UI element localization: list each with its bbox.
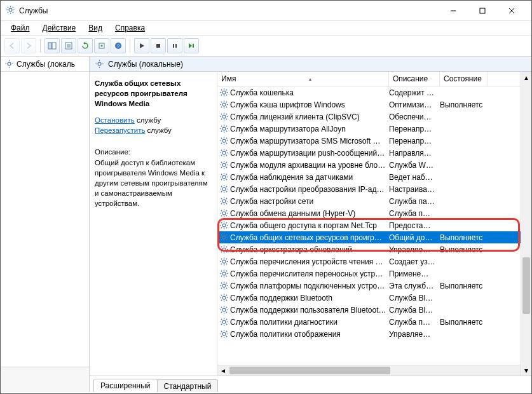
svg-line-196	[221, 300, 221, 301]
service-name: Служба модуля архивации на уровне блоков	[230, 161, 389, 170]
view-tabs: Расширенный Стандартный	[90, 376, 531, 392]
service-row[interactable]: Служба перечисления устройств чтения сма…	[217, 255, 531, 268]
toolbar: ?	[1, 36, 531, 57]
sort-indicator-icon: ▴	[309, 76, 311, 82]
svg-line-116	[226, 186, 226, 187]
service-name: Служба политики диагностики	[230, 318, 389, 327]
service-row[interactable]: Служба политики отображенияУправляе…	[217, 328, 531, 340]
svg-line-104	[221, 174, 221, 175]
svg-line-6	[13, 11, 13, 12]
svg-line-87	[226, 155, 226, 156]
svg-line-89	[226, 150, 226, 151]
tree-root[interactable]: Службы (локаль	[1, 57, 89, 72]
svg-line-212	[221, 319, 221, 320]
service-row[interactable]: Служба настройки сетиСлужба па…	[217, 195, 531, 207]
menu-file[interactable]: Файл	[6, 22, 35, 34]
svg-line-5	[8, 6, 8, 7]
service-name: Служба наблюдения за датчиками	[230, 173, 389, 182]
menu-help[interactable]: Справка	[110, 22, 150, 34]
service-row[interactable]: Служба маршрутизации push-сообщений на ……	[217, 147, 531, 159]
menu-action[interactable]: Действие	[38, 22, 81, 34]
service-icon	[217, 293, 230, 302]
vertical-scrollbar[interactable]: ▴ ▾	[521, 72, 531, 376]
service-row[interactable]: Служба поддержки BluetoothСлужба Bl…	[217, 292, 531, 304]
properties-button[interactable]	[61, 38, 76, 53]
service-row[interactable]: Служба модуля архивации на уровне блоков…	[217, 159, 531, 171]
service-row[interactable]: Служба оркестратора обновленийУправляе…В…	[217, 243, 531, 255]
service-icon	[217, 148, 230, 158]
service-row[interactable]: Служба политики диагностикиСлужба п…Выпо…	[217, 316, 531, 328]
scroll-left-icon[interactable]: ◂	[217, 365, 228, 376]
service-row[interactable]: Служба общего доступа к портам Net.TcpПр…	[217, 219, 531, 231]
restart-service-link[interactable]: Перезапустить	[95, 126, 145, 134]
service-name: Служба лицензий клиента (ClipSVC)	[230, 112, 389, 121]
svg-point-36	[222, 91, 226, 94]
back-button[interactable]	[4, 38, 20, 53]
start-service-button[interactable]	[134, 38, 149, 53]
column-state[interactable]: Состояние	[440, 72, 488, 86]
stop-service-button[interactable]	[151, 38, 166, 53]
service-row[interactable]: Служба лицензий клиента (ClipSVC)Обеспеч…	[217, 111, 531, 123]
restart-service-button[interactable]	[184, 38, 199, 53]
service-row[interactable]: Служба обмена данными (Hyper-V)Служба п…	[217, 207, 531, 219]
refresh-button[interactable]	[78, 38, 93, 53]
service-icon	[217, 233, 230, 242]
service-icon	[217, 100, 230, 109]
service-name: Служба общих сетевых ресурсов проигрыват…	[230, 233, 389, 242]
column-description[interactable]: Описание	[389, 72, 440, 86]
stop-service-link[interactable]: Остановить	[95, 116, 135, 124]
svg-line-150	[226, 240, 226, 240]
service-row[interactable]: Служба настройки преобразования IP-адрес…	[217, 183, 531, 195]
service-description: Оптимизи…	[389, 100, 440, 109]
description-label: Описание:	[95, 147, 210, 157]
help-button[interactable]: ?	[111, 38, 126, 53]
svg-line-59	[221, 114, 221, 114]
maximize-button[interactable]	[468, 1, 497, 20]
service-row[interactable]: Служба маршрутизатора AllJoynПеренапр…	[217, 123, 531, 135]
service-row[interactable]: Служба кэша шрифтов WindowsОптимизи…Выпо…	[217, 98, 531, 111]
column-name[interactable]: Имя ▴	[217, 72, 389, 86]
service-name: Служба платформы подключенных устройств	[230, 282, 389, 290]
service-row[interactable]: Служба платформы подключенных устройствЭ…	[217, 280, 531, 292]
svg-point-153	[222, 248, 226, 251]
service-row[interactable]: Служба кошелькаСодержит …	[217, 86, 531, 98]
svg-line-61	[221, 119, 221, 119]
svg-line-52	[221, 107, 221, 107]
scroll-up-icon[interactable]: ▴	[521, 72, 531, 83]
show-hide-tree-button[interactable]	[44, 38, 60, 53]
service-description: Общий до…	[389, 233, 440, 242]
pause-service-button[interactable]	[167, 38, 182, 53]
tab-extended[interactable]: Расширенный	[93, 379, 158, 392]
svg-line-86	[221, 150, 221, 151]
svg-line-169	[221, 264, 221, 264]
service-icon	[217, 112, 230, 121]
scroll-down-icon[interactable]: ▾	[521, 365, 531, 376]
svg-rect-10	[480, 8, 485, 13]
service-icon	[217, 124, 230, 133]
service-name: Служба маршрутизатора SMS Microsoft Wind…	[230, 137, 389, 146]
service-state: Выполняетс	[440, 100, 488, 109]
svg-line-77	[221, 138, 221, 139]
svg-rect-23	[173, 44, 174, 48]
svg-line-43	[221, 95, 221, 95]
svg-line-149	[221, 234, 221, 235]
service-icon	[217, 208, 230, 218]
menu-view[interactable]: Вид	[83, 22, 107, 34]
service-description: Управляе…	[389, 330, 440, 339]
service-row[interactable]: Служба перечислителя переносных устройст…	[217, 268, 531, 280]
svg-line-159	[226, 252, 226, 252]
forward-button[interactable]	[21, 38, 36, 53]
svg-line-71	[226, 126, 226, 126]
service-row[interactable]: Служба наблюдения за датчикамиВедет наб…	[217, 171, 531, 183]
service-row[interactable]: Служба поддержки пользователя Bluetooth_…	[217, 304, 531, 316]
export-button[interactable]	[94, 38, 109, 53]
close-button[interactable]	[497, 1, 526, 20]
service-row[interactable]: Служба маршрутизатора SMS Microsoft Wind…	[217, 135, 531, 147]
tab-standard[interactable]: Стандартный	[157, 379, 219, 392]
service-state: Выполняетс	[440, 245, 488, 254]
service-row[interactable]: Служба общих сетевых ресурсов проигрыват…	[217, 231, 531, 243]
horizontal-scrollbar[interactable]: ◂ ▸	[217, 365, 531, 376]
svg-line-122	[221, 198, 221, 199]
minimize-button[interactable]	[439, 1, 468, 20]
svg-line-98	[226, 162, 226, 163]
